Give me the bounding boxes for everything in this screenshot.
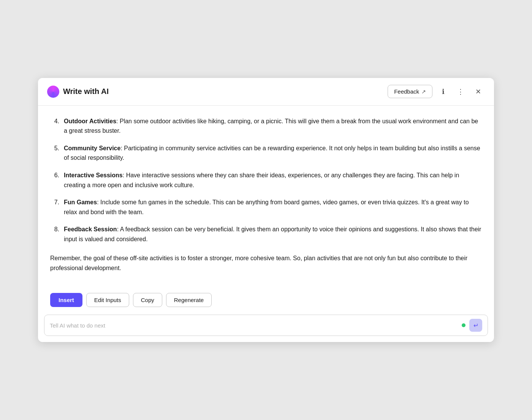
list-item: 8. Feedback Session: A feedback session … <box>50 224 482 244</box>
regenerate-button[interactable]: Regenerate <box>166 293 212 307</box>
close-button[interactable]: ✕ <box>471 85 485 99</box>
panel-title: Write with AI <box>63 87 109 96</box>
item-text: : A feedback session can be very benefic… <box>64 226 481 242</box>
edit-inputs-button[interactable]: Edit Inputs <box>86 293 129 307</box>
list-content: Interactive Sessions: Have interactive s… <box>64 170 482 190</box>
item-title: Outdoor Activities <box>64 118 116 124</box>
ai-logo-icon <box>47 86 59 98</box>
list-item: 5. Community Service: Participating in c… <box>50 143 482 163</box>
content-area: 4. Outdoor Activities: Plan some outdoor… <box>38 106 494 290</box>
item-title: Community Service <box>64 145 120 151</box>
more-icon: ⋮ <box>457 88 464 96</box>
list-content: Outdoor Activities: Plan some outdoor ac… <box>64 116 482 136</box>
closing-paragraph: Remember, the goal of these off-site act… <box>50 253 482 274</box>
panel-header: Write with AI Feedback ↗ ℹ ⋮ ✕ <box>38 78 494 106</box>
item-title: Feedback Session <box>64 226 117 232</box>
list-item: 7. Fun Games: Include some fun games in … <box>50 197 482 217</box>
list-number: 8. <box>50 224 59 244</box>
item-title: Fun Games <box>64 199 97 205</box>
write-with-ai-panel: Write with AI Feedback ↗ ℹ ⋮ ✕ 4. Outdo <box>38 78 494 342</box>
send-icon: ↵ <box>473 322 478 329</box>
info-icon: ℹ <box>442 88 445 96</box>
insert-button[interactable]: Insert <box>50 293 82 307</box>
item-text: : Plan some outdoor activities like hiki… <box>64 118 478 134</box>
list-number: 6. <box>50 170 59 190</box>
external-link-icon: ↗ <box>421 89 426 95</box>
header-left: Write with AI <box>47 86 109 98</box>
list-number: 5. <box>50 143 59 163</box>
ai-instruction-input[interactable] <box>50 322 462 329</box>
feedback-label: Feedback <box>394 88 419 95</box>
list-item: 6. Interactive Sessions: Have interactiv… <box>50 170 482 190</box>
feedback-button[interactable]: Feedback ↗ <box>388 85 432 98</box>
item-text: : Have interactive sessions where they c… <box>64 172 459 188</box>
activity-list: 4. Outdoor Activities: Plan some outdoor… <box>50 116 482 244</box>
header-right: Feedback ↗ ℹ ⋮ ✕ <box>388 85 485 99</box>
send-button[interactable]: ↵ <box>469 319 482 332</box>
list-number: 7. <box>50 197 59 217</box>
list-item: 4. Outdoor Activities: Plan some outdoor… <box>50 116 482 136</box>
input-bar: ↵ <box>44 315 488 336</box>
status-dot <box>462 323 466 327</box>
info-button[interactable]: ℹ <box>436 85 450 99</box>
more-options-button[interactable]: ⋮ <box>454 85 467 99</box>
close-icon: ✕ <box>475 88 481 96</box>
item-title: Interactive Sessions <box>64 172 123 178</box>
copy-button[interactable]: Copy <box>133 293 162 307</box>
item-text: : Include some fun games in the schedule… <box>64 199 469 215</box>
action-bar: Insert Edit Inputs Copy Regenerate <box>38 290 494 315</box>
list-content: Feedback Session: A feedback session can… <box>64 224 482 244</box>
item-text: : Participating in community service act… <box>64 145 480 161</box>
list-number: 4. <box>50 116 59 136</box>
list-content: Fun Games: Include some fun games in the… <box>64 197 482 217</box>
list-content: Community Service: Participating in comm… <box>64 143 482 163</box>
